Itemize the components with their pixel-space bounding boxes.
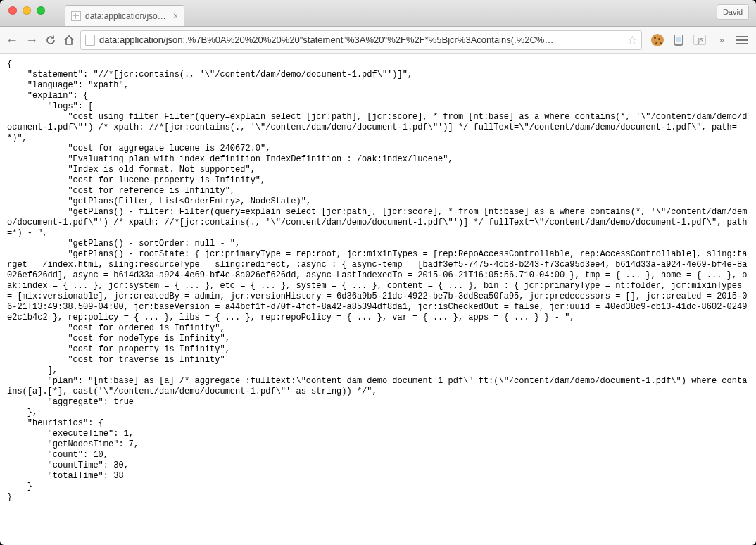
- browser-window: data:application/json;,%7B × David ← → d…: [0, 0, 756, 545]
- browser-tab[interactable]: data:application/json;,%7B ×: [65, 5, 184, 26]
- reload-button[interactable]: [45, 35, 56, 46]
- url-text: data:application/json;,%7B%0A%20%20%20%2…: [99, 35, 623, 45]
- extension-icons: .js »: [650, 33, 749, 47]
- back-button[interactable]: ←: [6, 34, 18, 46]
- nav-buttons: ← →: [6, 34, 75, 46]
- document-icon: [71, 11, 81, 21]
- close-window-button[interactable]: [8, 6, 17, 15]
- cup-extension-icon[interactable]: [672, 33, 686, 47]
- bookmark-star-icon[interactable]: ☆: [627, 33, 637, 46]
- window-controls: [8, 6, 45, 15]
- tab-title: data:application/json;,%7B: [85, 11, 169, 21]
- cookie-extension-icon[interactable]: [650, 33, 664, 47]
- toolbar: ← → data:application/json;,%7B%0A%20%20%…: [0, 27, 756, 54]
- page-icon: [85, 35, 95, 46]
- home-button[interactable]: [63, 35, 75, 46]
- close-tab-icon[interactable]: ×: [173, 11, 178, 21]
- overflow-extensions-icon[interactable]: »: [714, 33, 728, 47]
- minimize-window-button[interactable]: [23, 6, 31, 15]
- address-bar[interactable]: data:application/json;,%7B%0A%20%20%20%2…: [80, 30, 642, 50]
- forward-button[interactable]: →: [25, 34, 38, 46]
- titlebar: data:application/json;,%7B × David: [0, 0, 756, 27]
- zoom-window-button[interactable]: [37, 6, 45, 15]
- menu-button[interactable]: [735, 33, 749, 47]
- profile-badge[interactable]: David: [717, 4, 749, 20]
- json-content: { "statement": "//*[jcr:contains(., '\"/…: [0, 54, 756, 545]
- js-extension-icon[interactable]: .js: [693, 33, 707, 47]
